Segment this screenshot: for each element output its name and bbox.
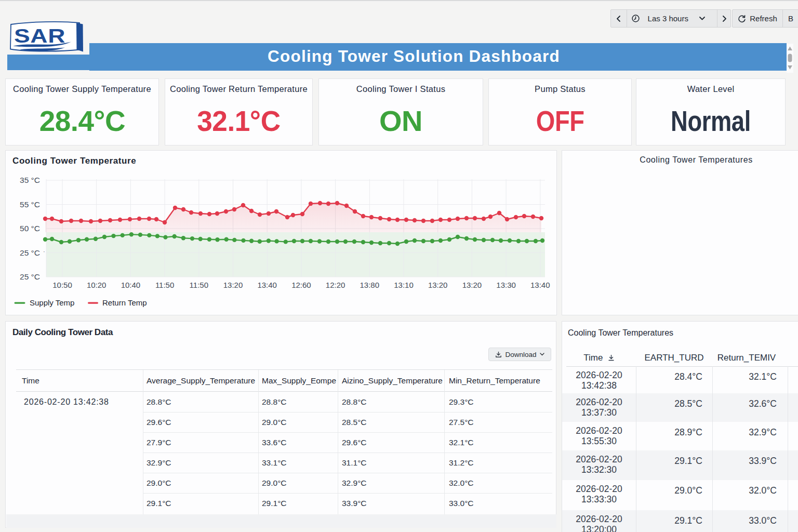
svg-text:10:50: 10:50	[52, 281, 72, 289]
svg-text:Supply Temp: Supply Temp	[30, 298, 74, 307]
svg-text:13:40: 13:40	[257, 281, 277, 289]
svg-text:13:80: 13:80	[360, 281, 380, 289]
svg-text:10:40: 10:40	[121, 281, 141, 289]
svg-text:13:20: 13:20	[223, 281, 243, 289]
svg-text:11:50: 11:50	[190, 281, 208, 289]
svg-text:·: ·	[43, 248, 45, 255]
svg-text:11:50: 11:50	[155, 281, 174, 289]
svg-text:SAR: SAR	[14, 26, 65, 47]
svg-text:13:40: 13:40	[530, 281, 550, 289]
svg-text:50 °C: 50 °C	[20, 224, 40, 233]
svg-text:12:60: 12:60	[291, 281, 311, 289]
svg-text:10:20: 10:20	[87, 281, 107, 289]
svg-text:13:20: 13:20	[462, 281, 482, 289]
svg-text:55 °C: 55 °C	[20, 200, 40, 209]
svg-text:Return Temp: Return Temp	[102, 298, 147, 307]
svg-text:13:10: 13:10	[394, 281, 414, 289]
svg-text:35 °C: 35 °C	[20, 176, 40, 184]
svg-text:13:30: 13:30	[496, 281, 516, 289]
svg-text:25 °C: 25 °C	[20, 248, 40, 257]
svg-text:12:20: 12:20	[326, 281, 345, 289]
svg-text:13:20: 13:20	[428, 281, 448, 289]
svg-text:25 °C: 25 °C	[20, 272, 40, 281]
